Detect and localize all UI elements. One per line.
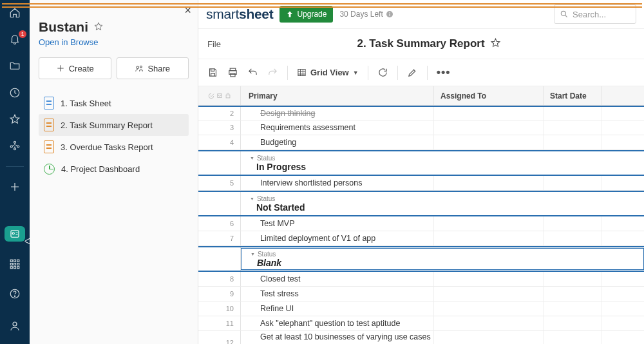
group-header-blank[interactable]: Status Blank: [198, 246, 644, 272]
svg-rect-10: [10, 263, 12, 265]
data-grid: Primary Assigned To Start Date 2 Design …: [198, 86, 644, 344]
cell-primary[interactable]: Test MVP: [241, 216, 434, 231]
apps-grid-icon[interactable]: [5, 257, 25, 272]
svg-point-2: [10, 146, 12, 148]
view-switcher[interactable]: Grid View ▼: [297, 68, 359, 77]
sidebar-item-task-sheet[interactable]: 1. Task Sheet: [39, 92, 189, 114]
favorite-star-icon[interactable]: [490, 37, 501, 50]
table-row[interactable]: 6 Test MVP: [198, 216, 644, 231]
workspace-panel: × Bustani Open in Browse Create Share 1.…: [30, 0, 198, 344]
sheet-icon: [44, 97, 54, 110]
table-row[interactable]: 12 Get at least 10 businesses of varying…: [198, 331, 644, 344]
table-row[interactable]: 11 Ask "elephant" question to test aptit…: [198, 316, 644, 331]
table-row[interactable]: 8 Closed test: [198, 272, 644, 287]
group-header-not-started[interactable]: Status Not Started: [198, 191, 644, 216]
report-icon: [341, 37, 352, 50]
recents-icon[interactable]: [5, 85, 25, 100]
svg-rect-8: [14, 260, 16, 262]
table-row[interactable]: 10 Refine UI: [198, 301, 644, 316]
group-header-in-progress[interactable]: Status In Progress: [198, 150, 644, 176]
favorite-star-icon[interactable]: [93, 21, 104, 33]
svg-rect-9: [17, 260, 19, 262]
redo-icon[interactable]: [267, 67, 278, 78]
svg-point-4: [14, 148, 16, 150]
svg-point-20: [140, 66, 142, 68]
column-header-assigned[interactable]: Assigned To: [434, 86, 544, 105]
refresh-icon[interactable]: [377, 67, 388, 78]
table-row[interactable]: 9 Test stress: [198, 287, 644, 301]
add-icon[interactable]: [5, 180, 25, 195]
row-icons-header: [198, 86, 241, 105]
account-icon[interactable]: [5, 316, 25, 336]
grid-body: 2 Design thinking 3 Requirements assessm…: [198, 106, 644, 344]
sheet-title: 2. Task Summary Report: [357, 37, 484, 50]
column-header-start[interactable]: Start Date: [544, 86, 601, 105]
svg-rect-12: [17, 263, 19, 265]
sidebar-item-label: 2. Task Summary Report: [61, 120, 153, 130]
upgrade-button[interactable]: Upgrade: [279, 6, 333, 23]
column-header-primary[interactable]: Primary: [241, 86, 434, 105]
svg-rect-7: [10, 260, 12, 262]
workspace-icon[interactable]: [5, 226, 25, 241]
sidebar-item-task-summary-report[interactable]: 2. Task Summary Report: [39, 114, 189, 136]
top-bar: smartsheet Upgrade 30 Days Left Search..…: [198, 0, 644, 28]
table-row[interactable]: 4 Budgeting: [198, 135, 644, 150]
home-icon[interactable]: [5, 5, 25, 20]
sheet-header: File 2. Task Summary Report: [198, 28, 644, 59]
cell-primary[interactable]: Test stress: [241, 287, 434, 301]
cell-primary[interactable]: Interview shortlisted persons: [241, 176, 434, 190]
sidebar-item-project-dashboard[interactable]: 4. Project Dashboard: [39, 158, 189, 180]
open-in-browse-link[interactable]: Open in Browse: [39, 37, 189, 47]
search-input[interactable]: Search...: [554, 5, 636, 24]
print-icon[interactable]: [227, 67, 238, 78]
table-row[interactable]: 7 Limited deployment of V1 of app: [198, 231, 644, 246]
cell-primary[interactable]: Refine UI: [241, 301, 434, 316]
cell-assigned[interactable]: [434, 107, 544, 120]
workapps-icon[interactable]: [5, 139, 25, 153]
svg-rect-22: [389, 14, 390, 16]
save-icon[interactable]: [207, 67, 218, 78]
trial-days-left: 30 Days Left: [339, 10, 393, 19]
cell-primary[interactable]: Closed test: [241, 272, 434, 286]
cell-primary[interactable]: Budgeting: [241, 135, 434, 149]
create-button-label: Create: [69, 64, 94, 73]
search-placeholder: Search...: [573, 10, 606, 19]
highlight-icon[interactable]: [407, 67, 418, 78]
svg-point-3: [17, 146, 19, 148]
cell-primary[interactable]: Limited deployment of V1 of app: [241, 231, 434, 245]
cell-start[interactable]: [544, 107, 601, 120]
more-actions-icon[interactable]: •••: [437, 66, 451, 79]
group-field-label: Status: [250, 155, 644, 162]
folder-icon[interactable]: [5, 59, 25, 73]
workspace-title: Bustani: [39, 19, 88, 35]
toolbar: Grid View ▼ •••: [198, 59, 644, 86]
notifications-icon[interactable]: 1: [5, 32, 25, 46]
report-icon: [44, 119, 54, 131]
cell-primary[interactable]: Ask "elephant" question to test aptitude: [241, 316, 434, 330]
share-button[interactable]: Share: [117, 57, 189, 79]
undo-icon[interactable]: [247, 67, 258, 78]
sidebar-item-label: 3. Overdue Tasks Report: [61, 142, 153, 152]
upgrade-label: Upgrade: [297, 10, 327, 19]
cell-primary[interactable]: Get at least 10 businesses of varying us…: [241, 331, 434, 344]
favorites-icon[interactable]: [5, 111, 25, 126]
group-field-label: Status: [251, 251, 643, 258]
sidebar-item-label: 4. Project Dashboard: [61, 164, 140, 174]
group-value: Blank: [251, 258, 643, 268]
dashboard-icon: [44, 164, 55, 175]
cell-primary[interactable]: Design thinking: [241, 107, 434, 120]
table-row[interactable]: 2 Design thinking: [198, 106, 644, 120]
table-row[interactable]: 5 Interview shortlisted persons: [198, 176, 644, 191]
toolbar-divider: [368, 66, 368, 80]
brand-logo[interactable]: smartsheet: [206, 6, 273, 22]
svg-point-17: [14, 296, 15, 296]
create-button[interactable]: Create: [39, 57, 111, 79]
cell-primary[interactable]: Requirements assessment: [241, 120, 434, 135]
sidebar-item-overdue-tasks-report[interactable]: 3. Overdue Tasks Report: [39, 136, 189, 158]
svg-rect-27: [231, 73, 235, 77]
help-icon[interactable]: [5, 283, 25, 304]
table-row[interactable]: 3 Requirements assessment: [198, 120, 644, 135]
chevron-down-icon: ▼: [353, 70, 359, 76]
file-menu[interactable]: File: [207, 39, 246, 49]
svg-rect-23: [389, 12, 390, 13]
